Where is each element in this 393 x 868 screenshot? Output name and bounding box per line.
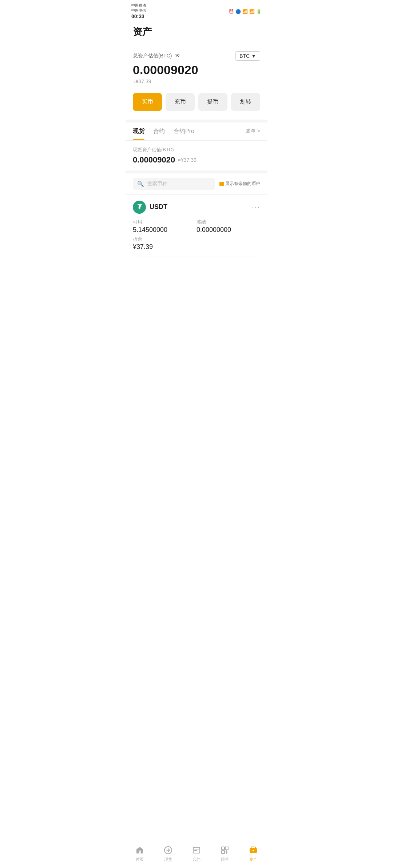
frozen-value: 0.00000000 bbox=[196, 226, 260, 234]
battery-icon: 🔋 bbox=[256, 9, 262, 14]
assets-icon bbox=[248, 845, 258, 855]
withdraw-button[interactable]: 提币 bbox=[198, 93, 227, 111]
wifi-icon: 📶 bbox=[242, 9, 248, 14]
available-group: 可用 5.14500000 bbox=[133, 219, 196, 234]
spot-section: 现货资产估值(BTC) 0.00009020 ≈¥37.39 bbox=[126, 141, 267, 173]
carrier-time: 中国移动 中国电信 00:33 bbox=[131, 3, 146, 20]
action-buttons: 买币 充币 提币 划转 bbox=[133, 93, 260, 111]
bottom-nav: 首页 现货 合约 跟单 bbox=[126, 842, 267, 868]
convert-group: 折合 ¥37.39 bbox=[133, 236, 260, 251]
coin-item-usdt: ₮ USDT ··· 可用 5.14500000 冻结 0.00000000 折… bbox=[133, 195, 260, 257]
filter-dot bbox=[219, 182, 224, 186]
transfer-button[interactable]: 划转 bbox=[231, 93, 260, 111]
page-title: 资产 bbox=[133, 25, 260, 38]
alarm-icon: ⏰ bbox=[229, 9, 234, 14]
coin-list: ₮ USDT ··· 可用 5.14500000 冻结 0.00000000 折… bbox=[126, 195, 267, 257]
asset-label: 总资产估值(BTC) 👁 bbox=[133, 53, 180, 59]
svg-point-6 bbox=[253, 850, 254, 851]
spot-icon bbox=[163, 845, 173, 855]
convert-label: 折合 bbox=[133, 236, 260, 242]
tab-bar: 现货 合约 合约Pro 账单 > bbox=[126, 122, 267, 141]
tab-spot[interactable]: 现货 bbox=[133, 122, 144, 140]
frozen-label: 冻结 bbox=[196, 219, 260, 225]
usdt-logo: ₮ bbox=[133, 201, 146, 214]
currency-selector[interactable]: BTC ▼ bbox=[235, 51, 260, 61]
contract-icon bbox=[191, 845, 202, 855]
nav-spot[interactable]: 现货 bbox=[157, 845, 179, 862]
frozen-group: 冻结 0.00000000 bbox=[196, 219, 260, 234]
nav-tracking[interactable]: 跟单 bbox=[214, 845, 236, 862]
home-icon bbox=[135, 845, 145, 855]
nav-assets[interactable]: 资产 bbox=[242, 845, 264, 862]
nav-contract-label: 合约 bbox=[192, 857, 201, 862]
chevron-down-icon: ▼ bbox=[251, 53, 256, 59]
nav-home[interactable]: 首页 bbox=[129, 845, 151, 862]
svg-rect-4 bbox=[222, 851, 225, 853]
search-icon: 🔍 bbox=[137, 181, 144, 187]
search-row: 🔍 搜索币种 显示有余额的币种 bbox=[126, 173, 267, 195]
total-asset-value: 0.00009020 bbox=[133, 63, 260, 77]
coin-name: USDT bbox=[150, 203, 167, 211]
available-label: 可用 bbox=[133, 219, 196, 225]
account-link[interactable]: 账单 > bbox=[246, 128, 260, 134]
coin-details: 可用 5.14500000 冻结 0.00000000 折合 ¥37.39 bbox=[133, 219, 260, 251]
search-box[interactable]: 🔍 搜索币种 bbox=[133, 178, 215, 190]
nav-spot-label: 现货 bbox=[164, 857, 172, 862]
header: 资产 bbox=[126, 23, 267, 44]
deposit-button[interactable]: 充币 bbox=[166, 93, 195, 111]
nav-home-label: 首页 bbox=[136, 857, 144, 862]
total-asset-cny: ≈¥37.39 bbox=[133, 79, 260, 84]
convert-value: ¥37.39 bbox=[133, 243, 260, 251]
search-placeholder: 搜索币种 bbox=[147, 181, 167, 187]
asset-overview: 总资产估值(BTC) 👁 BTC ▼ 0.00009020 ≈¥37.39 买币… bbox=[126, 44, 267, 122]
svg-rect-3 bbox=[225, 847, 228, 850]
coin-info: ₮ USDT bbox=[133, 201, 167, 214]
filter-toggle[interactable]: 显示有余额的币种 bbox=[219, 181, 260, 187]
tracking-icon bbox=[220, 845, 230, 855]
nav-tracking-label: 跟单 bbox=[221, 857, 229, 862]
spot-cny: ≈¥37.39 bbox=[178, 157, 196, 163]
status-bar: 中国移动 中国电信 00:33 ⏰ 🔵 📶 📶 🔋 bbox=[126, 0, 267, 23]
available-value: 5.14500000 bbox=[133, 226, 196, 234]
tab-contract-pro[interactable]: 合约Pro bbox=[174, 122, 194, 140]
buy-button[interactable]: 买币 bbox=[133, 93, 162, 111]
status-icons: ⏰ 🔵 📶 📶 🔋 bbox=[229, 9, 262, 14]
signal-icon: 📶 bbox=[249, 9, 255, 14]
eye-icon[interactable]: 👁 bbox=[175, 53, 180, 59]
tab-contract[interactable]: 合约 bbox=[153, 122, 165, 140]
spot-value: 0.00009020 ≈¥37.39 bbox=[133, 155, 260, 165]
nav-contract[interactable]: 合约 bbox=[186, 845, 207, 862]
coin-more-button[interactable]: ··· bbox=[252, 203, 260, 211]
bluetooth-icon: 🔵 bbox=[235, 9, 241, 14]
svg-rect-2 bbox=[222, 847, 225, 850]
nav-assets-label: 资产 bbox=[249, 857, 257, 862]
spot-label: 现货资产估值(BTC) bbox=[133, 146, 260, 153]
